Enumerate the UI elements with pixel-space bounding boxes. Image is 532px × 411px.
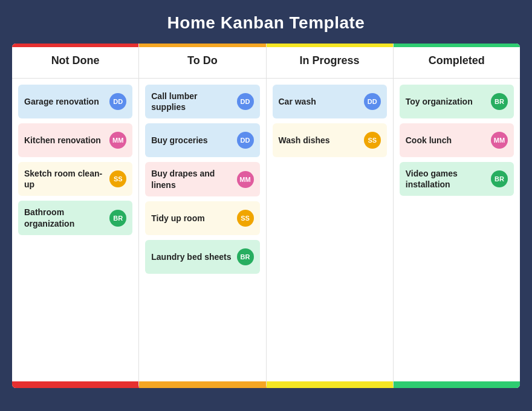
card-text: Cook lunch [406,135,487,146]
column-footer-notdone [12,381,138,385]
card-avatar: BR [491,170,508,187]
column-body-inprogress: Car washDDWash dishesSS [267,79,393,381]
card[interactable]: Laundry bed sheetsBR [145,240,259,274]
column-footer-completed [394,381,520,385]
card[interactable]: Cook lunchMM [400,123,514,157]
card-avatar: DD [364,93,381,110]
column-inprogress: In ProgressCar washDDWash dishesSS [267,44,394,388]
column-footer-inprogress [267,381,393,385]
card-avatar: MM [109,132,126,149]
card[interactable]: Video games installationBR [400,162,514,196]
column-header-todo: To Do [139,44,265,79]
column-footer-todo [139,381,265,385]
card-text: Video games installation [406,168,487,190]
card[interactable]: Bathroom organizationBR [18,201,132,235]
card-avatar: BR [491,93,508,110]
card-text: Call lumber supplies [151,91,233,112]
card[interactable]: Toy organizationBR [400,85,514,118]
card-text: Car wash [279,96,360,107]
card-avatar: DD [237,132,254,149]
column-completed: CompletedToy organizationBRCook lunchMMV… [394,44,520,388]
card-text: Toy organization [406,96,487,107]
card-text: Garage renovation [24,96,106,107]
kanban-board: Not DoneGarage renovationDDKitchen renov… [12,44,520,388]
card-avatar: MM [491,132,508,149]
card[interactable]: Tidy up roomSS [145,201,259,235]
card[interactable]: Sketch room clean-upSS [18,162,132,196]
card-text: Bathroom organization [24,207,106,228]
card-text: Wash dishes [279,135,360,146]
card[interactable]: Buy drapes and linensMM [145,162,259,196]
card-text: Laundry bed sheets [151,251,233,262]
card-text: Sketch room clean-up [24,168,106,190]
column-header-completed: Completed [394,44,520,79]
page-title: Home Kanban Template [167,13,365,33]
column-header-inprogress: In Progress [267,44,393,79]
column-body-completed: Toy organizationBRCook lunchMMVideo game… [394,79,520,381]
column-body-todo: Call lumber suppliesDDBuy groceriesDDBuy… [139,79,265,381]
column-header-notdone: Not Done [12,44,138,79]
card[interactable]: Kitchen renovationMM [18,123,132,157]
card-avatar: SS [237,210,254,227]
card-avatar: MM [237,171,254,188]
card-text: Kitchen renovation [24,135,106,146]
card-text: Tidy up room [151,213,233,224]
card[interactable]: Buy groceriesDD [145,123,259,157]
card-text: Buy drapes and linens [151,168,233,190]
column-body-notdone: Garage renovationDDKitchen renovationMMS… [12,79,138,381]
card-avatar: DD [237,93,254,110]
column-todo: To DoCall lumber suppliesDDBuy groceries… [139,44,266,388]
card-avatar: DD [109,93,126,110]
card-avatar: SS [109,170,126,187]
card[interactable]: Call lumber suppliesDD [145,85,259,118]
card[interactable]: Garage renovationDD [18,85,132,118]
card-avatar: SS [364,132,381,149]
card-text: Buy groceries [151,135,233,146]
card[interactable]: Car washDD [273,85,387,118]
card-avatar: BR [237,248,254,265]
card[interactable]: Wash dishesSS [273,123,387,157]
column-notdone: Not DoneGarage renovationDDKitchen renov… [12,44,139,388]
card-avatar: BR [109,210,126,227]
